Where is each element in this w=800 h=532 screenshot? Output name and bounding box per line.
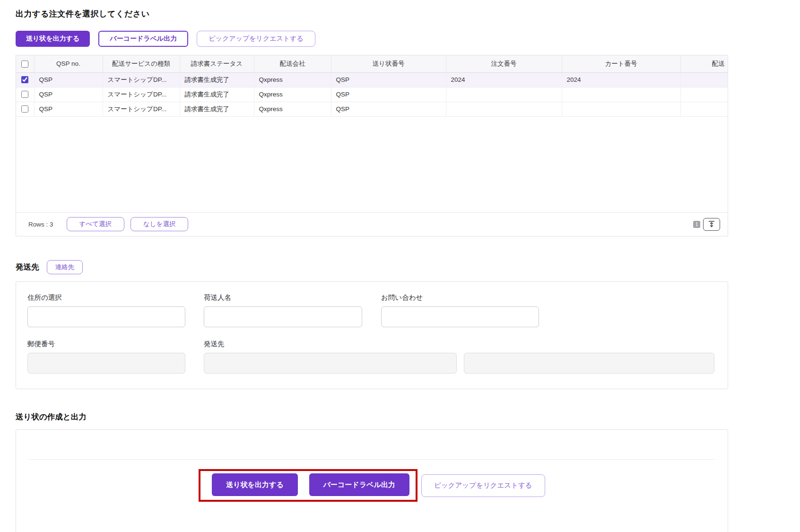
top-toolbar: 送り状を出力する バーコードラベル出力 ピックアップをリクエストする — [16, 31, 728, 47]
page-number-badge: 1 — [693, 221, 700, 228]
cell-tracking-no: QSP — [331, 87, 446, 102]
orders-table-card: QSP no. 配送サービスの種類 請求書ステータス 配送会社 送り状番号 注文… — [16, 55, 728, 236]
page: 出力する注文件を選択してください 送り状を出力する バーコードラベル出力 ピック… — [16, 0, 728, 532]
cell-tracking-no: QSP — [331, 102, 446, 116]
contact-button[interactable]: 連絡先 — [47, 260, 83, 274]
row-height-icon — [708, 220, 715, 228]
address-detail-field — [464, 353, 714, 374]
shipping-section-title: 発送先 — [16, 262, 39, 272]
table-header-row: QSP no. 配送サービスの種類 請求書ステータス 配送会社 送り状番号 注文… — [16, 55, 728, 72]
output-buttons: 送り状を出力する バーコードラベル出力 ピックアップをリクエストする — [16, 469, 728, 502]
table-row[interactable]: QSP スマートシップDP... 請求書生成完了 Qxpress QSP 202… — [16, 72, 728, 87]
address-select-input[interactable] — [27, 306, 185, 327]
print-invoice-button-bottom[interactable]: 送り状を出力する — [212, 473, 297, 496]
cell-qsp-no: QSP — [34, 87, 103, 102]
column-header-invoice-status: 請求書ステータス — [180, 55, 254, 72]
select-all-button[interactable]: すべて選択 — [67, 217, 124, 231]
postal-code-input — [27, 353, 185, 374]
column-header-cart-no: カート番号 — [562, 55, 680, 72]
select-none-button[interactable]: なしを選択 — [130, 217, 188, 231]
postal-code-label: 郵便番号 — [27, 340, 185, 349]
table-row[interactable]: QSP スマートシップDP... 請求書生成完了 Qxpress QSP — [16, 87, 728, 102]
cell-delivery — [680, 102, 728, 116]
request-pickup-button-bottom[interactable]: ピックアップをリクエストする — [421, 474, 545, 497]
column-header-tracking-no: 送り状番号 — [331, 55, 446, 72]
row-height-button[interactable] — [703, 218, 720, 231]
shipper-name-input[interactable] — [204, 306, 362, 327]
cell-cart-no — [562, 102, 680, 116]
row-checkbox[interactable] — [21, 91, 28, 98]
inquiry-label: お問い合わせ — [381, 293, 539, 302]
cell-carrier: Qxpress — [254, 72, 331, 87]
shipping-section-header: 発送先 連絡先 — [16, 260, 728, 274]
cell-service-type: スマートシップDP... — [103, 102, 180, 116]
cell-invoice-status: 請求書生成完了 — [180, 72, 254, 87]
ship-from-field: 発送先 — [204, 340, 457, 374]
address-select-field: 住所の選択 — [27, 293, 185, 327]
cell-cart-no: 2024 — [562, 72, 680, 87]
cell-carrier: Qxpress — [254, 102, 331, 116]
orders-table: QSP no. 配送サービスの種類 請求書ステータス 配送会社 送り状番号 注文… — [16, 55, 728, 117]
address-detail-input — [464, 353, 714, 374]
cell-order-no — [446, 87, 562, 102]
cell-qsp-no: QSP — [34, 72, 103, 87]
postal-code-field: 郵便番号 — [27, 340, 185, 374]
print-invoice-button[interactable]: 送り状を出力する — [16, 31, 90, 47]
request-pickup-button[interactable]: ピックアップをリクエストする — [197, 31, 315, 47]
cell-cart-no — [562, 87, 680, 102]
rows-count: Rows : 3 — [28, 221, 53, 228]
cell-invoice-status: 請求書生成完了 — [180, 87, 254, 102]
inquiry-input[interactable] — [381, 306, 539, 327]
barcode-label-button-bottom[interactable]: バーコードラベル出力 — [309, 473, 409, 496]
table-footer-right: 1 — [693, 218, 720, 231]
cell-service-type: スマートシップDP... — [103, 72, 180, 87]
inquiry-field: お問い合わせ — [381, 293, 539, 327]
output-divider — [29, 459, 715, 460]
shipping-form-row-2: 郵便番号 発送先 — [27, 340, 716, 374]
row-checkbox[interactable] — [21, 105, 28, 113]
output-panel: 送り状を出力する バーコードラベル出力 ピックアップをリクエストする — [16, 429, 728, 532]
row-checkbox[interactable] — [21, 76, 28, 83]
ship-from-input — [204, 353, 457, 374]
column-header-delivery: 配送 — [680, 55, 728, 72]
column-header-order-no: 注文番号 — [446, 55, 562, 72]
cell-tracking-no: QSP — [331, 72, 446, 87]
output-section-title: 送り状の作成と出力 — [16, 412, 728, 422]
cell-order-no — [446, 102, 562, 116]
orders-table-scroll-area[interactable]: QSP no. 配送サービスの種類 請求書ステータス 配送会社 送り状番号 注文… — [16, 55, 728, 212]
cell-qsp-no: QSP — [34, 102, 103, 116]
table-row[interactable]: QSP スマートシップDP... 請求書生成完了 Qxpress QSP — [16, 102, 728, 116]
column-header-carrier: 配送会社 — [254, 55, 331, 72]
column-header-qsp-no: QSP no. — [34, 55, 103, 72]
barcode-label-button[interactable]: バーコードラベル出力 — [98, 31, 188, 47]
address-select-label: 住所の選択 — [27, 293, 185, 302]
page-title: 出力する注文件を選択してください — [16, 9, 728, 19]
shipper-name-field: 荷送人名 — [204, 293, 362, 327]
shipping-panel: 住所の選択 荷送人名 お問い合わせ 郵便番号 発送先 — [16, 281, 728, 389]
ship-from-label: 発送先 — [204, 340, 457, 349]
cell-carrier: Qxpress — [254, 87, 331, 102]
shipping-form-row-1: 住所の選択 荷送人名 お問い合わせ — [27, 293, 716, 327]
select-all-checkbox[interactable] — [21, 61, 28, 68]
shipper-name-label: 荷送人名 — [204, 293, 362, 302]
annotation-highlight-box: 送り状を出力する バーコードラベル出力 — [199, 469, 417, 502]
column-header-service-type: 配送サービスの種類 — [103, 55, 180, 72]
cell-delivery — [680, 72, 728, 87]
cell-service-type: スマートシップDP... — [103, 87, 180, 102]
cell-invoice-status: 請求書生成完了 — [180, 102, 254, 116]
cell-delivery — [680, 87, 728, 102]
cell-order-no: 2024 — [446, 72, 562, 87]
table-footer: Rows : 3 すべて選択 なしを選択 1 — [16, 212, 728, 236]
